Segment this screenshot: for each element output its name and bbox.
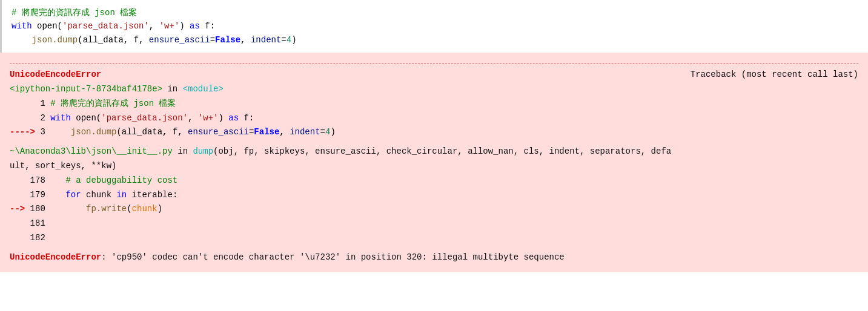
input-ref-line: <ipython-input-7-8734baf4178e> in <modul… xyxy=(10,82,858,97)
input-ref: <ipython-input-7-8734baf4178e> xyxy=(10,82,162,97)
lib-ref-line: ~\Anaconda3\lib\json\__init__.py in dump… xyxy=(10,145,858,159)
code-text: iterable: xyxy=(127,188,177,203)
separator-line xyxy=(10,64,858,64)
code-text: , xyxy=(240,33,251,47)
final-error-message: : 'cp950' codec can't encode character '… xyxy=(101,250,565,265)
code-line-2: json.dump(all_data, f, ensure_ascii=Fals… xyxy=(12,33,858,47)
code-text: ) xyxy=(157,202,162,217)
traceback-header: UnicodeEncodeError Traceback (most recen… xyxy=(10,68,858,82)
func-fp-write: fp.write xyxy=(86,202,127,217)
keyword-for: for xyxy=(65,188,81,203)
trace-line-arrow: ----> 3 json.dump(all_data, f, ensure_as… xyxy=(10,125,858,140)
trace-comment: # 將爬完的資訊存成 json 檔案 xyxy=(50,97,176,111)
lib-code-181: 181 xyxy=(10,217,858,231)
in-keyword: in xyxy=(162,82,183,97)
code-cell: # 將爬完的資訊存成 json 檔案 with open('parse_data… xyxy=(0,0,868,53)
line-num-178: 178 xyxy=(10,174,65,188)
code-text: , xyxy=(279,125,290,140)
func-json-dump: json.dump xyxy=(32,33,78,47)
code-text: (all_data, f, xyxy=(78,33,149,47)
string-filename-2: 'parse_data.json' xyxy=(101,111,188,126)
val-4: 4 xyxy=(287,33,291,47)
lib-code-180-arrow: --> 180 fp.write(chunk) xyxy=(10,202,858,217)
param-indent: indent xyxy=(251,33,281,47)
string-filename: 'parse_data.json' xyxy=(62,19,149,33)
lib-in: in xyxy=(173,145,193,159)
code-text: ( xyxy=(127,202,131,217)
final-error-type: UnicodeEncodeError xyxy=(10,250,101,265)
line-num-180: 180 xyxy=(30,202,86,217)
code-text: ) xyxy=(219,111,229,126)
line-num-179: 179 xyxy=(10,188,65,203)
code-line-1: with open('parse_data.json', 'w+') as f: xyxy=(12,19,858,33)
val-4-2: 4 xyxy=(325,125,330,140)
param-indent-2: indent xyxy=(290,125,320,140)
line-num-181: 181 xyxy=(10,217,45,231)
code-text: ) xyxy=(179,19,190,33)
lib-code-178: 178 # a debuggability cost xyxy=(10,174,858,188)
error-type-header: UnicodeEncodeError xyxy=(10,68,101,82)
val-false-2: False xyxy=(254,125,279,140)
lib-ref-line-cont: ult, sort_keys, **kw) xyxy=(10,159,858,174)
keyword-as-2: as xyxy=(228,111,239,126)
lib-code-182: 182 xyxy=(10,231,858,246)
code-text: open( xyxy=(71,111,101,126)
code-text: f: xyxy=(239,111,254,126)
module-ref: <module> xyxy=(183,82,224,97)
lib-args-cont: ult, sort_keys, **kw) xyxy=(10,159,116,174)
lib-comment: # a debuggability cost xyxy=(65,174,177,188)
lib-code-179: 179 for chunk in iterable: xyxy=(10,188,858,203)
code-text: , xyxy=(149,19,159,33)
keyword-in: in xyxy=(116,188,127,203)
keyword-as: as xyxy=(190,19,200,33)
arrow-indicator-2: --> xyxy=(10,202,30,217)
code-text: chunk xyxy=(81,188,117,203)
code-text: = xyxy=(210,33,215,47)
code-text: f: xyxy=(200,19,215,33)
code-indent xyxy=(12,33,32,47)
trace-line-2: 2 with open('parse_data.json', 'w+') as … xyxy=(10,111,858,126)
code-comment-line: # 將爬完的資訊存成 json 檔案 xyxy=(12,6,858,19)
lib-path: ~\Anaconda3\lib\json\__init__.py xyxy=(10,145,173,159)
lib-func: dump xyxy=(193,145,213,159)
code-text: , xyxy=(188,111,198,126)
line-num-2: 2 xyxy=(10,111,50,126)
trace-line-1: 1 # 將爬完的資訊存成 json 檔案 xyxy=(10,97,858,111)
code-text: (all_data, f, xyxy=(116,125,188,140)
val-false: False xyxy=(215,33,240,47)
final-error-line: UnicodeEncodeError: 'cp950' codec can't … xyxy=(10,250,858,265)
keyword-with-2: with xyxy=(50,111,71,126)
code-text: = xyxy=(320,125,325,140)
code-text: ) xyxy=(291,33,296,47)
code-comment: # 將爬完的資訊存成 json 檔案 xyxy=(12,6,137,19)
error-cell: UnicodeEncodeError Traceback (most recen… xyxy=(0,53,868,272)
param-ensure-ascii: ensure_ascii xyxy=(149,33,210,47)
code-text: = xyxy=(249,125,254,140)
lib-args: (obj, fp, skipkeys, ensure_ascii, check_… xyxy=(213,145,671,159)
string-mode-2: 'w+' xyxy=(198,111,219,126)
code-text: ) xyxy=(330,125,335,140)
line-num-3: 3 xyxy=(40,125,70,140)
code-text: open( xyxy=(32,19,62,33)
line-num-182: 182 xyxy=(10,231,45,246)
code-text: = xyxy=(281,33,286,47)
string-mode: 'w+' xyxy=(159,19,180,33)
func-json-dump-2: json.dump xyxy=(71,125,117,140)
line-num-1: 1 xyxy=(10,97,50,111)
keyword-with: with xyxy=(12,19,32,33)
arg-chunk: chunk xyxy=(132,202,157,217)
traceback-label: Traceback (most recent call last) xyxy=(691,68,858,82)
arrow-indicator: ----> xyxy=(10,125,40,140)
param-ensure-ascii-2: ensure_ascii xyxy=(188,125,249,140)
